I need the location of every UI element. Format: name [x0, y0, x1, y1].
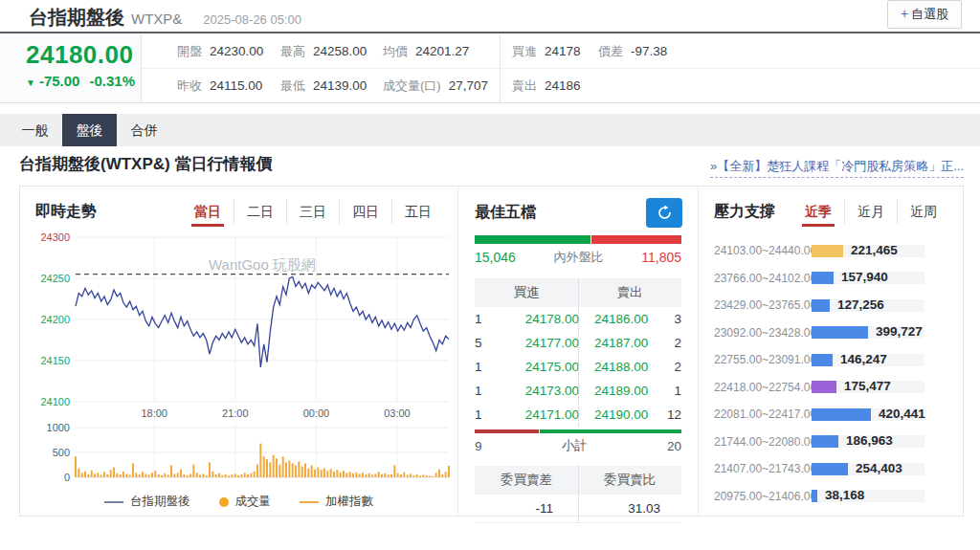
price-range-label: 23429.00~23765.00	[714, 298, 812, 312]
stat-value: 24201.27	[415, 44, 469, 58]
stat-label: 昨收	[177, 78, 202, 93]
pressure-tab-近季[interactable]: 近季	[792, 199, 844, 224]
inner-outer-label: 內外盤比	[554, 249, 604, 266]
pressure-row: 22418.00~22754.00175,477	[699, 374, 963, 402]
tab-盤後[interactable]: 盤後	[62, 114, 117, 146]
pressure-tab-近周[interactable]: 近周	[897, 199, 949, 224]
svg-text:24100: 24100	[40, 396, 70, 407]
period-tab-四日[interactable]: 四日	[339, 199, 391, 224]
pressure-row: 22755.00~23091.00146,247	[699, 346, 963, 374]
support-resistance-panel: 壓力支撐 近季近月近周 24103.00~24440.00221,4652376…	[699, 187, 963, 516]
price-range-label: 21407.00~21743.00	[714, 462, 812, 475]
stat-開盤: 開盤24230.00	[177, 43, 263, 60]
pressure-header: 壓力支撐 近季近月近周	[699, 187, 963, 230]
sell-qty: 12	[657, 407, 681, 422]
plus-icon: +	[901, 6, 908, 21]
volume-bar	[812, 490, 817, 502]
volume-bar	[812, 299, 830, 312]
instrument-symbol: WTXP&	[131, 11, 182, 27]
add-watchlist-button[interactable]: +自選股	[887, 0, 962, 29]
stats-row-divider	[142, 68, 980, 69]
series-line-icon	[300, 501, 319, 503]
volume-bar	[812, 326, 868, 339]
volume-bar	[812, 408, 871, 421]
stat-成交量(口): 成交量(口)27,707	[383, 77, 488, 95]
svg-text:18:00: 18:00	[141, 407, 167, 419]
pressure-tab-近月[interactable]: 近月	[844, 199, 897, 224]
period-tab-當日[interactable]: 當日	[182, 199, 234, 224]
buy-price: 24173.00	[501, 384, 579, 398]
buy-price: 24178.00	[501, 312, 579, 326]
market-type-tabbar: 一般盤後合併	[0, 114, 980, 146]
legend-item-加權指數: 加權指數	[300, 494, 373, 510]
volume-bar	[812, 245, 843, 257]
buy-qty: 1	[475, 312, 501, 326]
buy-price: 24175.00	[501, 360, 579, 374]
quote-summary: 24180.00 ▼-75.00-0.31% 開盤24230.00最高24258…	[0, 33, 980, 103]
page-title: 台指期盤後WTXP&2025-08-26 05:00	[29, 5, 301, 31]
pressure-title: 壓力支撐	[714, 202, 775, 222]
pressure-row: 21744.00~22080.00186,963	[699, 429, 963, 456]
order-ratio-label: 委買賣比	[578, 466, 681, 495]
stat-value: 24178	[545, 44, 581, 58]
svg-text:500: 500	[53, 447, 70, 458]
legend-label: 加權指數	[325, 494, 373, 510]
stat-label: 最低	[280, 78, 305, 93]
subtotal-label: 小計	[562, 437, 588, 454]
chart-period-tabs: 當日二日三日四日五日	[182, 199, 444, 224]
refresh-button[interactable]	[646, 198, 682, 228]
inner-outer-values: 15,046 內外盤比 11,805	[475, 249, 681, 266]
sell-qty: 2	[657, 336, 681, 350]
promo-link[interactable]: »【全新】楚狂人課程「冷門股私房策略」正...	[710, 158, 964, 178]
svg-text:24200: 24200	[40, 314, 70, 325]
volume-value: 175,477	[844, 379, 891, 393]
price-range-label: 22755.00~23091.00	[714, 353, 812, 366]
volume-bar	[812, 435, 838, 448]
volume-bar	[812, 354, 833, 366]
stat-label: 價差	[598, 44, 623, 58]
buy-qty: 1	[475, 407, 501, 422]
sell-price: 24188.00	[579, 360, 657, 374]
period-tab-三日[interactable]: 三日	[286, 199, 339, 224]
outer-volume: 11,805	[641, 250, 681, 265]
stat-價差: 價差-97.38	[598, 43, 667, 60]
stat-均價: 均價24201.27	[383, 43, 469, 60]
period-tab-五日[interactable]: 五日	[391, 199, 444, 224]
pressure-rows: 24103.00~24440.00221,46523766.00~24102.0…	[699, 237, 963, 510]
volume-value: 186,963	[846, 433, 893, 448]
tab-合併[interactable]: 合併	[117, 114, 171, 146]
pressure-row: 22081.00~22417.00420,441	[699, 401, 963, 429]
order-diff-label: 委買賣差	[475, 466, 578, 495]
svg-text:21:00: 21:00	[222, 407, 249, 419]
pressure-row: 23429.00~23765.00127,256	[699, 292, 963, 319]
volume-bar-track: 399,727	[812, 326, 924, 339]
price-box: 24180.00 ▼-75.00-0.31%	[0, 33, 142, 102]
main-panels: 即時走勢 當日二日三日四日五日 243002425024200241502410…	[19, 186, 964, 517]
svg-text:24300: 24300	[40, 231, 70, 243]
stat-value: 24258.00	[313, 44, 367, 58]
stat-label: 成交量(口)	[383, 78, 441, 93]
sell-column-header: 賣出	[578, 278, 681, 307]
price-volume-chart: 243002425024200241502410018:0021:0000:00…	[20, 230, 457, 490]
price-range-label: 24103.00~24440.00	[714, 244, 812, 257]
best-five-table: 買進 賣出 124178.0024186.003524177.0024187.0…	[475, 278, 681, 427]
stat-value: -97.38	[631, 44, 667, 58]
volume-bar	[812, 463, 848, 475]
volume-bar	[812, 381, 836, 393]
volume-bar-track: 127,256	[812, 299, 924, 312]
volume-value: 221,465	[851, 243, 898, 257]
inner-volume: 15,046	[475, 250, 516, 265]
svg-text:24250: 24250	[40, 273, 70, 284]
volume-bar	[812, 272, 834, 284]
volume-bar-track: 175,477	[812, 381, 924, 393]
last-price: 24180.00	[26, 40, 141, 70]
sell-subtotal: 20	[667, 439, 681, 453]
price-range-label: 22081.00~22417.00	[714, 407, 812, 421]
best-five-panel: 最佳五檔 15,046 內外盤比 11,805 買進	[458, 187, 699, 516]
order-stats: 委買賣差 委買賣比 -11 31.03	[475, 466, 681, 523]
period-tab-二日[interactable]: 二日	[234, 199, 286, 224]
best-five-header: 最佳五檔	[458, 187, 698, 229]
buy-qty: 5	[475, 336, 501, 350]
tab-一般[interactable]: 一般	[8, 114, 62, 146]
series-line-icon	[104, 501, 123, 503]
